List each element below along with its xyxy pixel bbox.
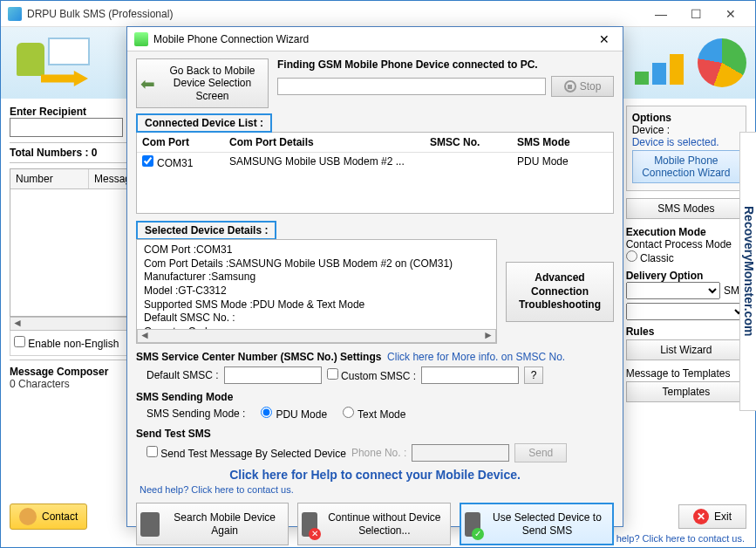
default-smsc-input[interactable]	[224, 366, 322, 384]
enable-non-english-checkbox[interactable]: Enable non-English	[14, 338, 119, 350]
scroll-left-icon[interactable]: ◄	[138, 330, 152, 342]
phone-search-icon	[140, 512, 160, 537]
to-templates-label: Message to Templates	[626, 367, 746, 380]
selected-details-label: Selected Device Details :	[136, 221, 276, 240]
bar-chart-icon	[635, 41, 687, 85]
search-again-button[interactable]: Search Mobile Device Again	[136, 503, 289, 545]
list-wizard-button[interactable]: List Wizard	[626, 339, 746, 360]
custom-smsc-input[interactable]	[421, 366, 519, 384]
exec-mode-label: Execution Mode	[626, 226, 746, 238]
scroll-right-icon[interactable]: ►	[481, 330, 495, 342]
phone-skip-icon: ✕	[302, 512, 317, 537]
col-sms-mode[interactable]: SMS Mode	[512, 133, 599, 152]
custom-smsc-checkbox[interactable]: Custom SMSC :	[327, 368, 416, 382]
sending-mode-head: SMS Sending Mode	[136, 391, 614, 403]
phone-no-label: Phone No. :	[351, 447, 406, 459]
use-selected-button[interactable]: ✓ Use Selected Device to Send SMS	[460, 503, 614, 545]
recipient-input[interactable]	[10, 118, 123, 137]
close-icon: ✕	[693, 509, 709, 524]
default-smsc-label: Default SMSC :	[146, 369, 219, 381]
device-checkbox[interactable]	[142, 155, 153, 167]
sms-modes-button[interactable]: SMS Modes	[626, 198, 746, 219]
help-link[interactable]: Click here for Help to connect your Mobi…	[136, 468, 614, 482]
finding-label: Finding GSM Mobile Phone Device connecte…	[277, 58, 614, 71]
exit-button[interactable]: ✕ Exit	[678, 504, 746, 529]
templates-button[interactable]: Templates	[626, 381, 746, 402]
stop-button[interactable]: Stop	[551, 76, 614, 97]
pie-chart-icon	[698, 38, 746, 87]
smsc-head: SMS Service Center Number (SMSC No.) Set…	[136, 351, 381, 363]
android-icon	[17, 43, 44, 76]
maximize-button[interactable]: ☐	[678, 2, 713, 26]
delivery-select-2[interactable]	[626, 303, 746, 320]
contact-icon	[19, 508, 37, 525]
options-head: Options	[632, 112, 740, 124]
dialog-close-button[interactable]: ✕	[593, 32, 616, 46]
col-com-port[interactable]: Com Port	[137, 133, 224, 152]
send-button[interactable]: Send	[514, 443, 567, 462]
watermark: RecoveryMonster.com	[739, 132, 756, 411]
device-row[interactable]: COM31 SAMSUNG Mobile USB Modem #2 ... PD…	[137, 153, 613, 172]
wizard-button[interactable]: Mobile Phone Connection Wizard	[632, 150, 740, 183]
col-number[interactable]: Number	[10, 169, 89, 188]
sending-mode-label: SMS Sending Mode :	[146, 408, 245, 420]
progress-bar	[277, 78, 546, 95]
envelope-icon	[48, 38, 90, 65]
col-com-details[interactable]: Com Port Details	[224, 133, 425, 152]
col-smsc[interactable]: SMSC No.	[425, 133, 512, 152]
sendtest-checkbox[interactable]: Send Test Message By Selected Device	[146, 446, 346, 460]
advanced-troubleshooting-button[interactable]: Advanced Connection Troubleshooting	[506, 262, 614, 322]
wizard-icon	[134, 32, 148, 46]
connection-wizard-dialog: Mobile Phone Connection Wizard ✕ ⬅ Go Ba…	[126, 26, 623, 527]
dialog-title: Mobile Phone Connection Wizard	[153, 33, 593, 45]
sendtest-head: Send Test SMS	[136, 428, 614, 440]
smsc-help-button[interactable]: ?	[524, 366, 543, 384]
details-hscroll[interactable]: ◄►	[137, 329, 496, 343]
classic-radio[interactable]: Classic	[626, 252, 674, 264]
continue-without-button[interactable]: ✕ Continue without Device Selection...	[297, 503, 450, 545]
delivery-select[interactable]	[626, 282, 720, 299]
phone-no-input	[412, 444, 509, 462]
selected-details: COM Port :COM31 Com Port Details :SAMSUN…	[136, 239, 497, 344]
app-icon	[8, 7, 22, 21]
contact-mode-label: Contact Process Mode	[626, 238, 746, 250]
device-list: Com Port Com Port Details SMSC No. SMS M…	[136, 132, 614, 214]
window-title: DRPU Bulk SMS (Professional)	[27, 8, 644, 20]
device-status: Device is selected.	[632, 136, 740, 148]
text-radio[interactable]: Text Mode	[343, 407, 405, 421]
back-arrow-icon: ⬅	[140, 73, 155, 94]
phone-use-icon: ✓	[465, 512, 480, 537]
go-back-button[interactable]: ⬅ Go Back to Mobile Device Selection Scr…	[136, 58, 269, 108]
arrow-icon	[41, 71, 88, 86]
titlebar: DRPU Bulk SMS (Professional) — ☐ ✕	[1, 1, 755, 27]
connected-list-label: Connected Device List :	[136, 113, 272, 133]
contact-button[interactable]: Contact	[10, 503, 87, 530]
device-label: Device :	[632, 124, 740, 136]
scroll-left-icon[interactable]: ◄	[10, 318, 24, 330]
minimize-button[interactable]: —	[644, 2, 678, 26]
rules-label: Rules	[626, 325, 746, 338]
stop-icon	[564, 80, 576, 92]
close-button[interactable]: ✕	[713, 2, 748, 26]
smsc-info-link[interactable]: Click here for More info. on SMSC No.	[387, 351, 565, 363]
logo	[10, 32, 132, 93]
delivery-label: Delivery Option	[626, 270, 746, 282]
dialog-contact-link[interactable]: Need help? Click here to contact us.	[140, 484, 294, 495]
pdu-radio[interactable]: PDU Mode	[261, 407, 327, 421]
